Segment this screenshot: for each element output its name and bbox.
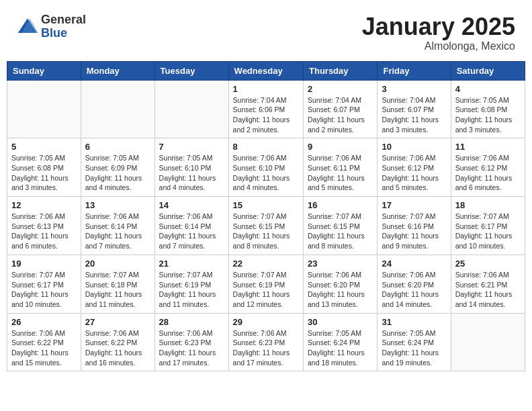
sunrise-text: Sunrise: 7:04 AM [233, 95, 299, 105]
sunrise-text: Sunrise: 7:06 AM [85, 328, 150, 338]
day-info: Sunrise: 7:07 AMSunset: 6:19 PMDaylight:… [159, 270, 224, 310]
day-number: 18 [455, 200, 521, 210]
daylight-text: Daylight: 11 hours and 4 minutes. [85, 173, 150, 193]
daylight-text: Daylight: 11 hours and 3 minutes. [11, 173, 77, 193]
day-number: 31 [382, 317, 446, 327]
calendar-cell: 7Sunrise: 7:05 AMSunset: 6:10 PMDaylight… [154, 138, 228, 197]
sunset-text: Sunset: 6:19 PM [159, 280, 224, 290]
day-info: Sunrise: 7:05 AMSunset: 6:24 PMDaylight:… [308, 328, 373, 368]
day-info: Sunrise: 7:07 AMSunset: 6:16 PMDaylight:… [382, 212, 446, 251]
sunset-text: Sunset: 6:12 PM [455, 163, 521, 173]
sunrise-text: Sunrise: 7:06 AM [159, 328, 224, 338]
calendar-cell: 3Sunrise: 7:04 AMSunset: 6:07 PMDaylight… [378, 80, 451, 138]
day-number: 5 [11, 142, 77, 152]
daylight-text: Daylight: 11 hours and 19 minutes. [382, 348, 446, 367]
day-number: 30 [308, 317, 373, 327]
weekday-header-saturday: Saturday [451, 61, 525, 80]
sunrise-text: Sunrise: 7:07 AM [233, 270, 299, 280]
location: Almolonga, Mexico [362, 40, 515, 52]
weekday-header-friday: Friday [378, 61, 451, 80]
day-info: Sunrise: 7:06 AMSunset: 6:20 PMDaylight:… [382, 270, 446, 310]
sunset-text: Sunset: 6:14 PM [159, 222, 224, 232]
daylight-text: Daylight: 11 hours and 14 minutes. [382, 289, 446, 309]
daylight-text: Daylight: 11 hours and 10 minutes. [11, 289, 77, 309]
day-number: 21 [159, 259, 224, 269]
calendar-cell: 28Sunrise: 7:06 AMSunset: 6:23 PMDayligh… [154, 313, 228, 371]
sunset-text: Sunset: 6:14 PM [85, 222, 150, 232]
daylight-text: Daylight: 11 hours and 13 minutes. [308, 289, 373, 309]
calendar-cell: 5Sunrise: 7:05 AMSunset: 6:08 PMDaylight… [7, 138, 81, 197]
day-number: 29 [233, 317, 299, 327]
daylight-text: Daylight: 11 hours and 6 minutes. [11, 231, 77, 250]
day-info: Sunrise: 7:05 AMSunset: 6:08 PMDaylight:… [455, 95, 521, 135]
calendar-cell: 29Sunrise: 7:06 AMSunset: 6:23 PMDayligh… [228, 313, 303, 371]
sunrise-text: Sunrise: 7:06 AM [11, 328, 77, 338]
calendar-cell: 20Sunrise: 7:07 AMSunset: 6:18 PMDayligh… [81, 255, 154, 313]
sunrise-text: Sunrise: 7:06 AM [382, 153, 446, 163]
day-number: 7 [159, 142, 224, 152]
day-number: 25 [455, 259, 521, 269]
calendar-cell [81, 80, 154, 138]
day-info: Sunrise: 7:06 AMSunset: 6:20 PMDaylight:… [308, 270, 373, 310]
sunset-text: Sunset: 6:15 PM [308, 222, 373, 232]
day-number: 13 [85, 200, 150, 210]
calendar-cell: 16Sunrise: 7:07 AMSunset: 6:15 PMDayligh… [304, 197, 378, 255]
calendar-cell [154, 80, 228, 138]
sunset-text: Sunset: 6:17 PM [455, 222, 521, 232]
calendar-cell: 15Sunrise: 7:07 AMSunset: 6:15 PMDayligh… [228, 197, 303, 255]
day-number: 15 [233, 200, 299, 210]
day-info: Sunrise: 7:05 AMSunset: 6:24 PMDaylight:… [382, 328, 446, 368]
day-number: 4 [455, 84, 521, 94]
sunrise-text: Sunrise: 7:05 AM [11, 153, 77, 163]
day-number: 22 [233, 259, 299, 269]
sunrise-text: Sunrise: 7:06 AM [233, 153, 299, 163]
sunset-text: Sunset: 6:10 PM [233, 163, 299, 173]
day-number: 14 [159, 200, 224, 210]
day-number: 2 [308, 84, 373, 94]
day-number: 24 [382, 259, 446, 269]
calendar-cell: 18Sunrise: 7:07 AMSunset: 6:17 PMDayligh… [451, 197, 525, 255]
calendar-cell: 9Sunrise: 7:06 AMSunset: 6:11 PMDaylight… [304, 138, 378, 197]
daylight-text: Daylight: 11 hours and 5 minutes. [382, 173, 446, 193]
weekday-header-wednesday: Wednesday [228, 61, 303, 80]
sunset-text: Sunset: 6:11 PM [308, 163, 373, 173]
day-number: 20 [85, 259, 150, 269]
day-number: 26 [11, 317, 77, 327]
logo-general: General [41, 13, 86, 27]
daylight-text: Daylight: 11 hours and 16 minutes. [85, 348, 150, 367]
day-number: 19 [11, 259, 77, 269]
day-info: Sunrise: 7:06 AMSunset: 6:22 PMDaylight:… [85, 328, 150, 368]
sunrise-text: Sunrise: 7:04 AM [308, 95, 373, 105]
sunset-text: Sunset: 6:21 PM [455, 280, 521, 290]
weekday-header-sunday: Sunday [7, 61, 81, 80]
daylight-text: Daylight: 11 hours and 2 minutes. [233, 115, 299, 134]
day-info: Sunrise: 7:06 AMSunset: 6:14 PMDaylight:… [159, 212, 224, 251]
sunrise-text: Sunrise: 7:07 AM [159, 270, 224, 280]
daylight-text: Daylight: 11 hours and 18 minutes. [308, 348, 373, 367]
day-number: 9 [308, 142, 373, 152]
daylight-text: Daylight: 11 hours and 17 minutes. [159, 348, 224, 367]
day-info: Sunrise: 7:07 AMSunset: 6:17 PMDaylight:… [455, 212, 521, 251]
day-number: 10 [382, 142, 446, 152]
calendar-cell: 30Sunrise: 7:05 AMSunset: 6:24 PMDayligh… [304, 313, 378, 371]
daylight-text: Daylight: 11 hours and 4 minutes. [159, 173, 224, 193]
week-row-3: 12Sunrise: 7:06 AMSunset: 6:13 PMDayligh… [7, 197, 525, 255]
day-number: 1 [233, 84, 299, 94]
daylight-text: Daylight: 11 hours and 6 minutes. [455, 173, 521, 193]
daylight-text: Daylight: 11 hours and 7 minutes. [159, 231, 224, 250]
weekday-header-monday: Monday [81, 61, 154, 80]
calendar-cell: 21Sunrise: 7:07 AMSunset: 6:19 PMDayligh… [154, 255, 228, 313]
day-number: 28 [159, 317, 224, 327]
day-number: 8 [233, 142, 299, 152]
sunset-text: Sunset: 6:20 PM [308, 280, 373, 290]
day-info: Sunrise: 7:06 AMSunset: 6:10 PMDaylight:… [233, 153, 299, 193]
sunset-text: Sunset: 6:23 PM [233, 338, 299, 348]
calendar-cell: 2Sunrise: 7:04 AMSunset: 6:07 PMDaylight… [304, 80, 378, 138]
day-info: Sunrise: 7:05 AMSunset: 6:09 PMDaylight:… [85, 153, 150, 193]
calendar-cell: 17Sunrise: 7:07 AMSunset: 6:16 PMDayligh… [378, 197, 451, 255]
sunset-text: Sunset: 6:15 PM [233, 222, 299, 232]
sunset-text: Sunset: 6:16 PM [382, 222, 446, 232]
sunrise-text: Sunrise: 7:07 AM [455, 212, 521, 222]
sunset-text: Sunset: 6:23 PM [159, 338, 224, 348]
sunset-text: Sunset: 6:18 PM [85, 280, 150, 290]
